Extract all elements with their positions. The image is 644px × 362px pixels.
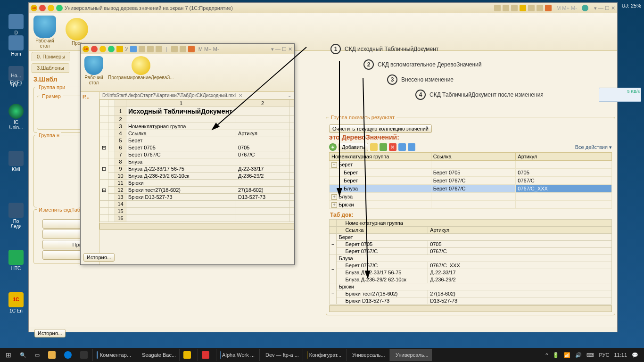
taskbar-task[interactable]: Универсаль... [346, 349, 388, 361]
tree-row[interactable]: +Брюки [330, 201, 612, 209]
task-view-icon[interactable]: ▭ [31, 349, 43, 361]
taskbar-task[interactable]: Универсаль... [389, 349, 432, 361]
maximize-icon[interactable] [56, 5, 63, 11]
taskbar-task[interactable]: Комментар... [92, 349, 135, 361]
h-scrollbar[interactable] [329, 305, 612, 312]
tree-table[interactable]: Номенклатурная группаСсылкаАртикул −Бере… [329, 152, 612, 209]
edge-icon[interactable] [60, 349, 75, 361]
taskbar-task[interactable]: Seagate Bac... [136, 349, 178, 361]
star-icon[interactable] [116, 46, 123, 52]
desktop-icon[interactable]: Hom [5, 35, 27, 57]
tool-icon[interactable] [139, 46, 145, 52]
minimize-icon[interactable] [99, 46, 106, 52]
grid-row[interactable]: Берет 0767/С0767/С [330, 248, 612, 255]
tool-icon[interactable] [171, 46, 178, 52]
system-tray[interactable]: ^ 🔋 📶 🔊 ⌨ РУС 11:11 💬 [545, 352, 642, 358]
tool-icon[interactable] [156, 46, 162, 52]
calendar-icon[interactable] [188, 46, 195, 52]
clock[interactable]: 11:11 [614, 352, 627, 358]
expand-icon[interactable]: + [331, 202, 337, 208]
desktop-icon[interactable]: Леди [5, 224, 27, 229]
save-icon[interactable] [130, 46, 137, 52]
print-icon[interactable] [503, 5, 509, 11]
move-up-icon[interactable] [398, 143, 406, 151]
tool-icon[interactable] [528, 5, 535, 11]
taskbar-task[interactable]: Конфигурат... [303, 349, 345, 361]
volume-icon[interactable]: 🔊 [575, 352, 582, 358]
notifications-icon[interactable]: 💬 [632, 352, 638, 358]
tree-row[interactable]: +Блуза [330, 193, 612, 201]
grid-row[interactable]: Брюки тест27(18-602)27(18-602) [330, 290, 612, 297]
programming-nav[interactable]: ПрограммированиеДереваЗ... [108, 56, 174, 90]
h-scrollbar[interactable] [99, 223, 294, 230]
history-button[interactable]: История... [83, 253, 115, 262]
add-button[interactable]: Добавить [339, 143, 368, 151]
grid-row[interactable]: Брюки D13-527-73D13-527-73 [330, 297, 612, 304]
start-button[interactable]: ⊞ [2, 349, 15, 361]
desktop-icon[interactable]: Но... [5, 73, 27, 78]
close-tab-icon[interactable]: ✕ [239, 93, 242, 98]
desktop-icon[interactable]: KMI [5, 151, 27, 172]
desktop-nav[interactable]: Рабочий стол [33, 16, 56, 49]
collapse-icon[interactable]: ⊟ [100, 158, 108, 180]
desktop-nav[interactable]: Рабочий стол [84, 56, 103, 90]
programming-nav[interactable]: Прог [66, 18, 88, 46]
grid-row[interactable]: −Берет [330, 234, 612, 241]
minimize-icon[interactable] [48, 5, 54, 11]
close-icon[interactable] [39, 5, 46, 11]
m-buttons[interactable]: M M+ M- [198, 46, 219, 52]
taskbar-task[interactable]: Dev — ftp-a ... [259, 349, 302, 361]
help-icon[interactable] [582, 5, 588, 11]
history-button[interactable]: История... [34, 329, 66, 337]
taskbar-task[interactable] [198, 349, 215, 361]
tree-row[interactable]: −Берет [330, 161, 612, 169]
maximize-icon[interactable] [108, 46, 115, 52]
grid-row[interactable]: Блуза Д-22-33/17 56-75Д-22-33/17 [330, 269, 612, 276]
desktop-icon[interactable]: 1C1C En [5, 292, 27, 313]
store-icon[interactable] [76, 349, 91, 361]
taskbar-task[interactable] [179, 349, 197, 361]
desktop-icon[interactable]: ExtFo [5, 80, 27, 85]
tree-row[interactable]: БеретБерет 0767/С0767/С [330, 177, 612, 185]
taskbar-task[interactable]: Alpha Work ... [216, 349, 258, 361]
network-icon[interactable]: 📶 [564, 352, 570, 358]
collapse-icon[interactable]: − [331, 162, 337, 168]
collapse-icon[interactable]: ⊟ [100, 137, 108, 158]
tree-row-selected[interactable]: БлузаБерет 0767/С0767/С_XXX [330, 185, 612, 193]
desktop-icon[interactable]: Unin... [5, 125, 27, 130]
doc-grid[interactable]: 12 1Исходный ТабличныйДокумент 2 3Номенк… [99, 99, 294, 222]
star-icon[interactable] [520, 5, 526, 11]
keyboard-icon[interactable]: ⌨ [586, 352, 594, 358]
tray-chevron-icon[interactable]: ^ [545, 352, 548, 358]
copy-icon[interactable] [370, 143, 378, 151]
side-tab[interactable]: Р... [81, 92, 99, 264]
tree-row[interactable]: БеретБерет 07050705 [330, 169, 612, 177]
desktop-icon[interactable]: HTC [5, 250, 27, 271]
close-icon[interactable] [91, 46, 98, 52]
save-icon[interactable] [511, 5, 518, 11]
window-controls[interactable]: ▾ — ☐ ✕ [271, 46, 292, 52]
calc-icon[interactable] [537, 5, 543, 11]
delete-icon[interactable]: ✕ [389, 143, 396, 151]
tool-icon[interactable] [494, 5, 501, 11]
window-controls[interactable]: ▾ — ☐ ✕ [594, 5, 615, 11]
desktop-icon[interactable]: По [5, 203, 27, 224]
grid-row[interactable]: −Брюки [330, 283, 612, 290]
expand-icon[interactable]: + [331, 194, 337, 200]
language-indicator[interactable]: РУС [599, 352, 609, 358]
print-icon[interactable] [147, 46, 154, 52]
edit-icon[interactable] [380, 143, 387, 151]
calc-icon[interactable] [180, 46, 186, 52]
battery-icon[interactable]: 🔋 [553, 352, 559, 358]
chevron-down-icon[interactable]: ⌄ [288, 93, 291, 98]
add-icon[interactable]: + [329, 143, 337, 151]
grid-row[interactable]: −Блуза [330, 255, 612, 262]
clear-collection-button[interactable]: Очистить текущую коллекцию значений [329, 124, 432, 133]
grid-row[interactable]: Блуза Д-236-29/2 62-10скД-236-29/2 [330, 276, 612, 283]
collapse-icon[interactable]: ⊟ [100, 180, 108, 201]
calendar-icon[interactable] [545, 5, 552, 11]
search-icon[interactable]: 🔍 [16, 349, 30, 361]
bottom-grid[interactable]: Номенклатурная группа СсылкаАртикул −Бер… [329, 219, 612, 304]
grid-row[interactable]: Берет 0767/С0767/С_XXX [330, 262, 612, 269]
desktop-icon[interactable]: IC [5, 104, 27, 125]
